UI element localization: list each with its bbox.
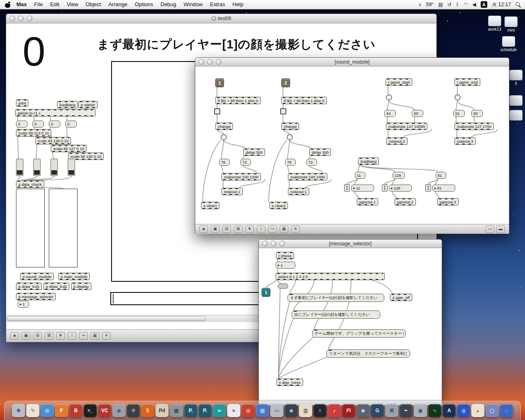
phase-number-box[interactable]: ▶1 [276, 262, 295, 269]
object-pgmout-2[interactable]: pgmout 2 [395, 198, 416, 205]
volume-icon[interactable]: ◀ [472, 2, 476, 7]
dock-icon-firefox[interactable]: F [55, 404, 68, 417]
dock-icon-grab-tool[interactable]: ✥ [12, 404, 25, 417]
menu-window[interactable]: Window [180, 0, 206, 9]
object-change-2[interactable]: change [281, 123, 299, 130]
minimize-button[interactable] [18, 16, 24, 21]
comment-icon[interactable]: ⊠ [234, 226, 242, 233]
object-noteout-1[interactable]: noteout 1 [221, 188, 243, 195]
dock-icon-flash[interactable]: Fl [342, 404, 355, 417]
sync-icon[interactable]: ⌽ [418, 2, 421, 7]
airport-icon[interactable]: ◠ [463, 2, 468, 7]
grid-icon[interactable]: ▦ [91, 332, 99, 340]
object-select[interactable]: select 0 1 2 3 4 5 [276, 273, 385, 280]
titlebar[interactable]: [sound_module] [195, 58, 509, 66]
object-if-1[interactable]: if $i1 > 99 then 1 else 0 [215, 97, 261, 104]
dock-icon-piano-app[interactable]: ▥ [299, 404, 312, 417]
program-number-box[interactable]: ▶81 [432, 185, 455, 192]
desktop-icon-schedule[interactable]: schedule [500, 36, 518, 52]
object-p-display[interactable]: p display [71, 283, 91, 290]
object-s-disp-mess[interactable]: s disp_mess [276, 379, 303, 386]
number-box[interactable]: 50 [412, 110, 423, 117]
dock-icon-pen-tool[interactable]: ✎ [26, 404, 39, 417]
object-makenote-3[interactable]: makenote 127 10000 [386, 123, 427, 130]
menu-options[interactable]: Options [131, 0, 157, 9]
dock-icon-a-app[interactable]: A [443, 404, 456, 417]
dock-icon-terminal[interactable]: >_ [84, 404, 97, 417]
object-s-clear1[interactable]: s clear1 [201, 202, 219, 209]
object-loadbang[interactable]: loadbang [358, 158, 379, 165]
dock-icon-search-app[interactable]: ◌ [500, 404, 513, 417]
number-box[interactable]: 128 [393, 172, 405, 179]
player2-button[interactable]: 2 [281, 78, 290, 87]
patcher-canvas[interactable]: r phase▶1select 0 1 2 3 4 51まず最初にプレイヤー[1… [259, 248, 442, 400]
number-box[interactable]: 51 [453, 110, 465, 117]
object-gainer[interactable]: gainer.io.c1 c [15, 109, 96, 116]
patcher-canvas[interactable]: 12if $i1 > 99 then 1 else 0if $i1 > 99 t… [195, 66, 509, 224]
toggle[interactable] [280, 108, 286, 114]
object-if-2[interactable]: if $i1 > 99 then 1 else 0 [281, 97, 327, 104]
grid-icon[interactable]: ▦ [280, 226, 288, 233]
file-icon[interactable] [504, 16, 518, 27]
info-icon[interactable]: i [257, 226, 265, 233]
apple-menu-icon[interactable] [5, 2, 11, 8]
dock-icon-photo-booth[interactable]: ◙ [356, 404, 370, 417]
object-noteout-3[interactable]: noteout 3 [454, 137, 476, 145]
settings-icon[interactable]: ✳ [102, 332, 111, 340]
zoom-button[interactable] [216, 59, 221, 65]
file-icon[interactable] [509, 95, 523, 106]
object-delay-1[interactable]: delay 300 [243, 148, 265, 156]
object-pgmout-3[interactable]: pgmout 3 [437, 198, 459, 205]
titlebar[interactable]: [message_selector] [259, 240, 442, 248]
desktop-icon[interactable] [507, 110, 525, 121]
object-scale-1[interactable]: scale 59 113 0 10 [16, 129, 51, 137]
document-proxy-icon[interactable] [211, 16, 216, 21]
bluetooth-icon[interactable]: ᛒ [456, 2, 459, 7]
table-display[interactable] [49, 189, 78, 267]
close-button[interactable] [9, 16, 15, 21]
time-machine-icon[interactable]: ↺ [447, 2, 452, 7]
phase-button[interactable]: 1 [262, 288, 270, 297]
object-s-gate-off[interactable]: s gate_off [390, 294, 412, 301]
number-box[interactable]: 81 [436, 172, 446, 179]
object-p-draw-lcd2[interactable]: p draw_lcd2 [43, 283, 69, 290]
file-icon[interactable] [502, 36, 515, 47]
dock-icon-garageband[interactable]: G [371, 404, 384, 417]
info-icon[interactable]: i [68, 332, 76, 340]
message-icon[interactable]: ⊞ [33, 332, 42, 340]
number-box[interactable]: 50 [471, 110, 483, 117]
file-icon[interactable] [488, 16, 501, 26]
menu-extras[interactable]: Extras [206, 0, 229, 9]
new-object-icon[interactable]: ▣ [211, 226, 219, 233]
inc-dec-stepper[interactable]: ▲▼ [344, 184, 350, 192]
comment-icon[interactable]: ⊠ [45, 332, 53, 340]
number-box[interactable]: 76 [219, 159, 230, 166]
number-box[interactable]: 0 [65, 121, 77, 128]
slider-icon[interactable]: ▼ [56, 332, 65, 340]
lock-icon[interactable]: ◈ [10, 332, 19, 340]
object-makenote-1[interactable]: makenote 100 1000 [221, 173, 261, 180]
close-button[interactable] [262, 241, 268, 247]
spotlight-icon[interactable] [516, 2, 521, 7]
number-box[interactable]: 76 [285, 159, 296, 166]
object-s-clear2[interactable]: s clear2 [269, 202, 288, 209]
inc-dec-stepper[interactable]: ▲▼ [425, 184, 431, 192]
object-pgmout-1[interactable]: pgmout 1 [357, 198, 378, 205]
toggle[interactable] [214, 108, 220, 114]
zoom-button[interactable] [27, 16, 32, 21]
input-source-badge[interactable]: A [481, 1, 487, 8]
bang-button[interactable] [287, 134, 293, 140]
file-icon[interactable] [509, 110, 523, 121]
desktop-icon-mini[interactable]: mini [502, 16, 520, 32]
desktop-icon-work13[interactable]: work13 [486, 16, 504, 32]
dock-icon-display-app[interactable]: ▢ [486, 404, 499, 417]
dock-icon-waveform-app[interactable]: ∿ [428, 404, 441, 417]
dock-icon-plane-app[interactable]: ➤ [227, 404, 240, 417]
phase-number-box[interactable]: ▶1 [18, 301, 29, 308]
tile-left-icon[interactable]: ▭ [486, 226, 494, 233]
number-box[interactable]: 0 [49, 121, 60, 128]
close-button[interactable] [199, 59, 204, 65]
dock-icon-blue-app[interactable]: ◍ [457, 404, 470, 417]
object-scale-3[interactable]: scale 85 127 0 10 [51, 145, 87, 152]
program-number-box[interactable]: ▶128 [389, 185, 412, 192]
